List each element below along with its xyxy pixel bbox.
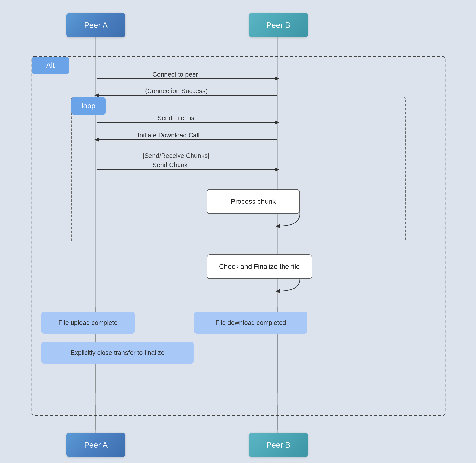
send-file-list-label: Send File List xyxy=(157,114,196,122)
process-chunk-box: Process chunk xyxy=(207,189,300,214)
svg-marker-9 xyxy=(275,120,279,124)
check-finalize-box: Check and Finalize the file xyxy=(207,254,312,279)
peer-b-bottom: Peer B xyxy=(249,433,308,457)
svg-marker-7 xyxy=(94,93,99,97)
file-upload-complete-box: File upload complete xyxy=(41,312,135,334)
send-receive-chunks-label: [Send/Receive Chunks] xyxy=(143,152,209,159)
peer-a-top: Peer A xyxy=(66,13,125,37)
svg-marker-11 xyxy=(94,138,99,142)
loop-label: loop xyxy=(71,97,106,115)
connection-success-label: (Connection Success) xyxy=(145,87,208,95)
alt-label: Alt xyxy=(32,57,69,74)
diagram-svg xyxy=(0,0,476,463)
svg-marker-13 xyxy=(275,168,279,172)
send-chunk-label: Send Chunk xyxy=(152,161,188,169)
initiate-download-label: Initiate Download Call xyxy=(138,131,199,139)
diagram-container: Peer A Peer B Alt loop Connect to peer (… xyxy=(0,0,476,463)
explicitly-close-box: Explicitly close transfer to finalize xyxy=(41,342,194,364)
peer-b-top: Peer B xyxy=(249,13,308,37)
connect-to-peer-label: Connect to peer xyxy=(152,71,198,78)
svg-marker-5 xyxy=(275,77,279,81)
file-download-completed-box: File download completed xyxy=(194,312,307,334)
peer-a-bottom: Peer A xyxy=(66,433,125,457)
